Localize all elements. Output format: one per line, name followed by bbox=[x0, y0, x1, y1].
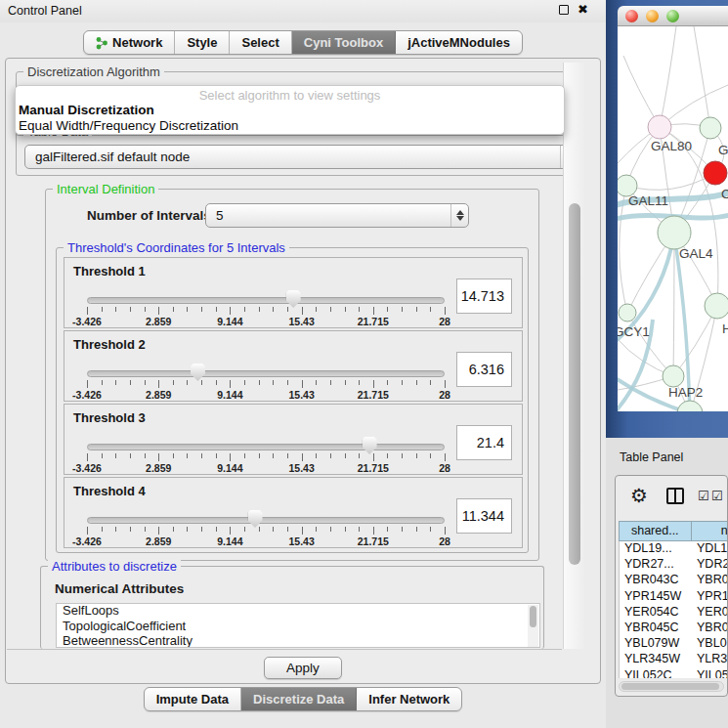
table-row[interactable]: YER054CYER05 bbox=[620, 605, 728, 621]
control-panel-titlebar: Control Panel ✖ bbox=[0, 0, 606, 22]
network-node-red[interactable] bbox=[704, 161, 727, 185]
network-node-green[interactable] bbox=[658, 216, 691, 249]
threshold-label: Threshold 3 bbox=[73, 410, 146, 425]
tab-label: Discretize Data bbox=[253, 692, 344, 707]
network-view-window: GAL80GCGAL11GAL4GCY1HHAP2 bbox=[606, 0, 728, 438]
network-node-green[interactable] bbox=[700, 117, 721, 139]
tab-jactivemnodules[interactable]: jActiveMNodules bbox=[396, 31, 522, 54]
table-row[interactable]: YDL19...YDL19 bbox=[620, 541, 728, 557]
network-node-green[interactable] bbox=[619, 304, 636, 321]
threshold-slider-thumb[interactable] bbox=[286, 290, 301, 308]
slider-ticks bbox=[87, 453, 445, 462]
threshold-value-field[interactable]: 11.344 bbox=[456, 498, 512, 534]
table-cell: YIL052C bbox=[620, 668, 692, 679]
columns-icon[interactable] bbox=[666, 488, 684, 504]
threshold-label: Threshold 2 bbox=[73, 337, 146, 352]
algorithm-dropdown-popup: Select algorithm to view settings Manual… bbox=[15, 85, 565, 135]
network-icon bbox=[96, 36, 107, 50]
threshold-slider-track[interactable] bbox=[87, 297, 445, 304]
control-panel-window: Control Panel ✖ NetworkStyleSelectCyni T… bbox=[0, 0, 606, 728]
popup-item-manual-discretization[interactable]: Manual Discretization bbox=[19, 103, 154, 117]
table-row[interactable]: YBR045CYBR04 bbox=[620, 621, 728, 636]
close-traffic-light[interactable] bbox=[625, 10, 638, 22]
threshold-slider-track[interactable] bbox=[87, 517, 445, 524]
checkbox-icon[interactable]: ☑ bbox=[698, 489, 709, 503]
slider-ticks bbox=[87, 527, 445, 535]
tab-infer-network[interactable]: Infer Network bbox=[357, 688, 461, 710]
node-label-c: C bbox=[721, 187, 728, 201]
numerical-attributes-label: Numerical Attributes bbox=[55, 581, 184, 596]
number-of-intervals-stepper[interactable] bbox=[450, 204, 468, 227]
tab-network[interactable]: Network bbox=[84, 31, 175, 54]
threshold-value-field[interactable]: 6.316 bbox=[456, 352, 512, 387]
zoom-traffic-light[interactable] bbox=[666, 10, 679, 22]
table-row[interactable]: YIL052CYIL05 bbox=[620, 668, 728, 679]
threshold-value-field[interactable]: 14.713 bbox=[456, 278, 512, 314]
table-cell: YDR27 bbox=[692, 557, 728, 573]
minimize-traffic-light[interactable] bbox=[646, 10, 659, 22]
table-row[interactable]: YBL079WYBL07 bbox=[620, 636, 728, 652]
apply-button[interactable]: Apply bbox=[264, 657, 342, 679]
threshold-panel-threshold-2: Threshold 2-3.4262.8599.14415.4321.71528… bbox=[64, 330, 523, 402]
table-cell: YIL05 bbox=[692, 668, 728, 679]
number-of-intervals-combo[interactable]: 5 bbox=[205, 203, 469, 228]
threshold-slider-thumb[interactable] bbox=[191, 364, 205, 381]
table-cell: YDR27... bbox=[620, 557, 692, 573]
close-icon[interactable]: ✖ bbox=[578, 5, 588, 15]
table-horizontal-scrollbar[interactable] bbox=[619, 681, 724, 692]
network-window-titlebar[interactable] bbox=[618, 6, 728, 26]
checkbox-icon[interactable]: ☑ bbox=[711, 489, 723, 503]
table-row[interactable]: YBR043CYBR04 bbox=[620, 573, 728, 588]
table-row[interactable]: YPR145WYPR14 bbox=[620, 589, 728, 605]
table-cell: YDL19... bbox=[620, 541, 692, 557]
network-node-green[interactable] bbox=[663, 365, 684, 387]
network-node-green[interactable] bbox=[705, 293, 728, 319]
number-of-intervals-value: 5 bbox=[206, 208, 450, 223]
tab-discretize-data[interactable]: Discretize Data bbox=[241, 688, 357, 710]
panel-scrollbar-thumb[interactable] bbox=[569, 203, 580, 565]
tab-label: jActiveMNodules bbox=[407, 35, 510, 50]
node-label-h: H bbox=[722, 321, 728, 336]
table-row[interactable]: YLR345WYLR34 bbox=[620, 652, 728, 667]
table-cell: YER05 bbox=[692, 605, 728, 621]
threshold-slider-thumb[interactable] bbox=[248, 510, 263, 528]
tab-style[interactable]: Style bbox=[175, 31, 230, 54]
table-row[interactable]: YDR27...YDR27 bbox=[620, 557, 728, 573]
threshold-slider-track[interactable] bbox=[87, 444, 445, 450]
slider-axis-labels: -3.4262.8599.14415.4321.71528 bbox=[87, 462, 445, 474]
discretization-algorithm-label: Discretization Algorithm bbox=[23, 64, 164, 79]
node-label-g: G bbox=[718, 143, 728, 157]
float-window-icon[interactable] bbox=[559, 5, 569, 15]
table-data-combo[interactable]: galFiltered.sif default node bbox=[24, 145, 578, 169]
tab-label: Impute Data bbox=[156, 692, 229, 707]
gear-icon[interactable]: ⚙ bbox=[630, 484, 648, 507]
table-hscroll-thumb[interactable] bbox=[621, 683, 719, 690]
attribute-item-topologicalcoefficient[interactable]: TopologicalCoefficient bbox=[57, 620, 539, 635]
attribute-item-betweennesscentrality[interactable]: BetweennessCentrality bbox=[57, 634, 539, 648]
cyni-toolbox-panel: Discretization Algorithm Select algorith… bbox=[5, 58, 601, 684]
table-rows: YDL19...YDL19YDR27...YDR27YBR043CYBR04YP… bbox=[619, 541, 728, 678]
popup-item-equal-width-frequency-discretization[interactable]: Equal Width/Frequency Discretization bbox=[19, 118, 238, 133]
node-label-gal11: GAL11 bbox=[628, 193, 668, 208]
table-column-header-1[interactable]: na bbox=[692, 521, 728, 541]
table-panel-title: Table Panel bbox=[620, 450, 683, 464]
threshold-slider-thumb[interactable] bbox=[363, 437, 377, 454]
network-canvas[interactable]: GAL80GCGAL11GAL4GCY1HHAP2 bbox=[618, 26, 728, 411]
attributes-list-scrollbar[interactable] bbox=[528, 605, 538, 648]
table-cell: YBL079W bbox=[620, 636, 692, 652]
tab-impute-data[interactable]: Impute Data bbox=[145, 688, 241, 710]
network-node-green[interactable] bbox=[677, 401, 703, 411]
panel-scrollbar-track[interactable] bbox=[563, 63, 584, 649]
divider bbox=[7, 649, 562, 650]
attribute-item-selfloops[interactable]: SelfLoops bbox=[57, 604, 539, 620]
node-label-hap2: HAP2 bbox=[668, 385, 703, 400]
tab-label: Infer Network bbox=[368, 692, 450, 707]
tab-cyni-toolbox[interactable]: Cyni Toolbox bbox=[292, 31, 396, 54]
table-panel-toolbar: ⚙ ☑ ☑ bbox=[616, 476, 727, 519]
threshold-slider-track[interactable] bbox=[87, 370, 445, 377]
table-column-header-0[interactable]: shared... bbox=[619, 521, 692, 541]
threshold-value-field[interactable]: 21.4 bbox=[456, 425, 512, 460]
numerical-attributes-list[interactable]: SelfLoopsTopologicalCoefficientBetweenne… bbox=[56, 603, 540, 648]
tab-select[interactable]: Select bbox=[230, 31, 291, 54]
network-node-pink[interactable] bbox=[648, 115, 671, 139]
